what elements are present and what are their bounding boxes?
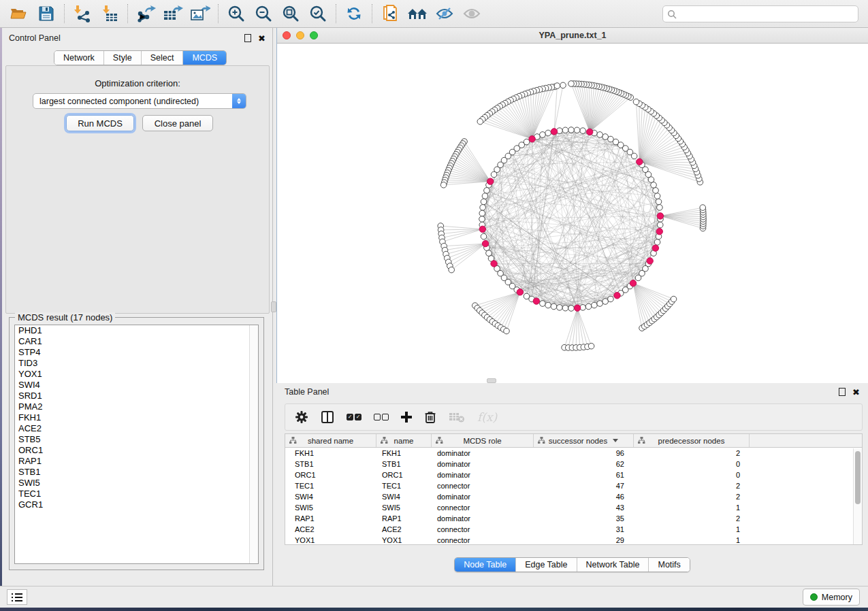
float-panel-icon[interactable]	[839, 388, 846, 396]
network-node[interactable]	[449, 267, 455, 273]
close-panel-icon[interactable]: ✖	[852, 388, 860, 397]
mcds-result-item[interactable]: YOX1	[15, 369, 258, 380]
mcds-network-node[interactable]	[551, 129, 557, 135]
control-tab-style[interactable]: Style	[104, 51, 142, 65]
search-input[interactable]	[677, 9, 854, 20]
network-node[interactable]	[491, 171, 497, 178]
network-node[interactable]	[657, 205, 663, 211]
mcds-network-node[interactable]	[487, 178, 494, 184]
network-node[interactable]	[633, 99, 639, 105]
zoom-out-button[interactable]	[250, 2, 277, 25]
hide-selected-button[interactable]	[431, 2, 458, 25]
show-all-button[interactable]	[458, 2, 485, 25]
column-header-successor-nodes[interactable]: successor nodes	[534, 434, 634, 447]
network-node[interactable]	[479, 216, 485, 222]
mcds-result-scrollbar[interactable]	[249, 325, 258, 563]
control-tab-network[interactable]: Network	[54, 51, 104, 65]
table-tab-edge-table[interactable]: Edge Table	[516, 558, 577, 572]
network-node[interactable]	[562, 127, 568, 133]
mcds-result-item[interactable]: STB5	[15, 434, 258, 445]
network-node[interactable]	[554, 83, 560, 89]
network-node[interactable]	[568, 81, 575, 87]
network-node[interactable]	[545, 302, 551, 308]
mcds-result-item[interactable]: FKH1	[15, 412, 258, 423]
table-tab-motifs[interactable]: Motifs	[649, 558, 689, 572]
network-node[interactable]	[560, 82, 566, 88]
column-visibility-button[interactable]	[321, 408, 334, 427]
network-node[interactable]	[654, 193, 660, 199]
table-row-SWI5[interactable]: SWI5SWI5connector431	[285, 502, 862, 513]
network-node[interactable]	[588, 343, 594, 349]
mcds-network-node[interactable]	[517, 289, 523, 295]
network-node[interactable]	[568, 127, 575, 133]
network-node[interactable]	[657, 222, 663, 228]
network-node[interactable]	[653, 188, 659, 194]
search-box[interactable]	[662, 5, 858, 22]
export-image-button[interactable]	[187, 2, 214, 25]
close-panel-icon[interactable]: ✖	[258, 34, 266, 43]
zoom-selected-button[interactable]	[304, 2, 332, 25]
mcds-network-node[interactable]	[614, 293, 620, 299]
close-panel-button[interactable]: Close panel	[142, 115, 213, 131]
mcds-network-node[interactable]	[529, 136, 535, 142]
table-scrollbar-thumb[interactable]	[855, 451, 861, 504]
network-node[interactable]	[477, 118, 483, 125]
network-node[interactable]	[597, 301, 603, 307]
network-node[interactable]	[592, 302, 598, 308]
network-node[interactable]	[557, 305, 563, 311]
network-node[interactable]	[540, 301, 546, 307]
table-row-ACE2[interactable]: ACE2ACE2connector311	[285, 524, 862, 535]
network-node[interactable]	[651, 182, 657, 188]
zoom-in-button[interactable]	[223, 2, 250, 25]
mcds-result-item[interactable]: CAR1	[15, 336, 258, 347]
maximize-window-icon[interactable]	[310, 31, 318, 39]
open-file-button[interactable]	[5, 2, 33, 25]
first-neighbors-button[interactable]	[404, 2, 431, 25]
float-panel-icon[interactable]	[244, 34, 251, 42]
network-node[interactable]	[440, 182, 447, 188]
network-node[interactable]	[602, 134, 609, 140]
mcds-network-node[interactable]	[533, 298, 539, 304]
network-node[interactable]	[568, 306, 575, 312]
network-node[interactable]	[580, 128, 586, 134]
network-node[interactable]	[562, 305, 568, 311]
mcds-network-node[interactable]	[587, 129, 593, 135]
mcds-result-item[interactable]: TID3	[15, 358, 258, 369]
mcds-network-node[interactable]	[574, 305, 580, 311]
task-history-button[interactable]	[7, 589, 27, 605]
network-node[interactable]	[551, 303, 557, 310]
optimization-criterion-dropdown[interactable]: largest connected component (undirected)	[33, 93, 246, 109]
network-canvas[interactable]	[277, 44, 868, 383]
network-node[interactable]	[671, 296, 677, 302]
save-session-button[interactable]	[33, 2, 60, 25]
table-options-button[interactable]	[295, 408, 308, 427]
network-node[interactable]	[656, 199, 662, 205]
mcds-network-node[interactable]	[652, 245, 658, 251]
mcds-result-item[interactable]: SRD1	[15, 391, 258, 401]
mcds-result-item[interactable]: RAP1	[15, 456, 258, 467]
network-node[interactable]	[654, 240, 660, 246]
mcds-result-item[interactable]: STB1	[15, 467, 258, 478]
network-node[interactable]	[479, 210, 485, 216]
mcds-network-node[interactable]	[637, 159, 643, 165]
control-tab-select[interactable]: Select	[142, 51, 184, 65]
network-node[interactable]	[504, 328, 510, 334]
mcds-result-item[interactable]: STP4	[15, 347, 258, 358]
refresh-view-button[interactable]	[340, 2, 368, 25]
table-row-TEC1[interactable]: TEC1TEC1connector472	[285, 480, 862, 491]
table-row-YOX1[interactable]: YOX1YOX1connector291	[285, 535, 862, 545]
network-node[interactable]	[482, 193, 488, 199]
select-all-button[interactable]	[347, 408, 361, 427]
mcds-network-node[interactable]	[657, 213, 663, 219]
mcds-network-node[interactable]	[656, 229, 662, 235]
table-row-RAP1[interactable]: RAP1RAP1dominator352	[285, 513, 862, 524]
network-node[interactable]	[574, 127, 580, 133]
network-node[interactable]	[597, 132, 603, 138]
network-node[interactable]	[608, 296, 614, 302]
add-column-button[interactable]	[401, 408, 412, 427]
function-builder-button[interactable]: f(x)	[477, 408, 497, 427]
column-header-shared-name[interactable]: shared name	[285, 434, 376, 447]
network-node[interactable]	[545, 130, 551, 136]
network-node[interactable]	[602, 299, 609, 305]
column-header-name[interactable]: name	[376, 434, 432, 447]
